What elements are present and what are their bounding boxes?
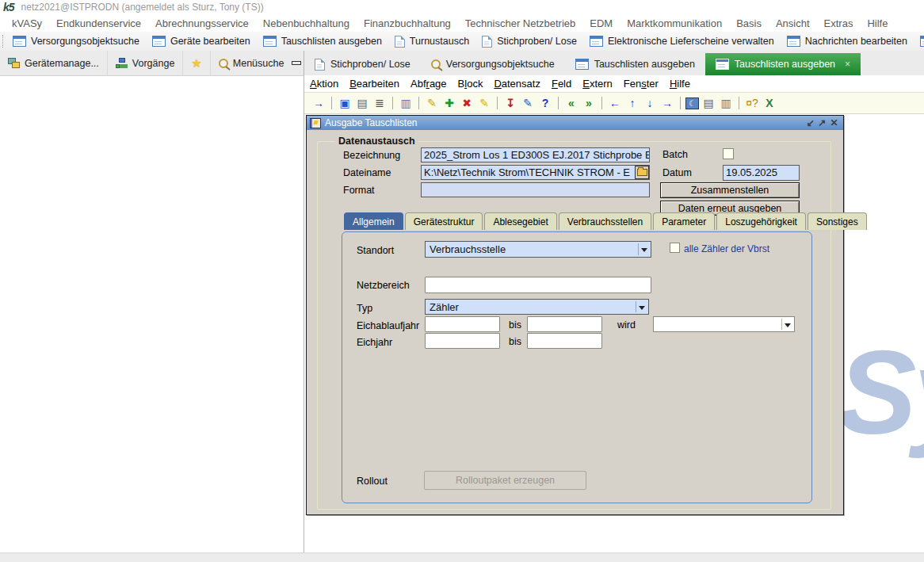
list-icon[interactable]: ≣ — [372, 95, 388, 111]
eichjahr-von-field[interactable] — [425, 333, 500, 349]
next-record-icon[interactable]: ↓ — [642, 95, 658, 111]
dialog-tab[interactable]: Gerätestruktur — [405, 212, 483, 230]
eichablaufjahr-von-field[interactable] — [425, 316, 500, 332]
previous-record-icon[interactable]: ↑ — [624, 95, 640, 111]
quicklaunch-button[interactable]: Umlagerung — [914, 34, 924, 48]
dialog-tab[interactable]: Parameter — [653, 212, 715, 230]
help-icon[interactable]: ? — [537, 95, 553, 111]
clear-record-icon[interactable]: ✎ — [476, 95, 492, 111]
dialog-tab[interactable]: Allgemein — [344, 212, 403, 230]
forms-menu-item[interactable]: Bearbeiten — [349, 78, 399, 90]
menu-item[interactable]: Nebenbuchhaltung — [256, 17, 357, 29]
forms-menu-item[interactable]: Hilfe — [670, 78, 690, 90]
quicklaunch-button[interactable]: Nachrichten bearbeiten — [781, 34, 914, 48]
dialog-titlebar[interactable]: Ausgabe Tauschlisten ↙ ↗ ✕ — [307, 116, 843, 130]
dateiname-label: Dateiname — [343, 167, 391, 178]
menu-item[interactable]: Ansicht — [769, 17, 817, 29]
panel-collapse-icon[interactable] — [292, 61, 301, 65]
menu-item[interactable]: Endkundenservice — [49, 17, 148, 29]
delete-record-icon[interactable]: ✖ — [459, 95, 475, 111]
netzbereich-field[interactable] — [425, 277, 651, 293]
close-tab-icon[interactable]: × — [845, 59, 850, 70]
currency-help-icon[interactable]: ¤? — [744, 95, 760, 111]
panel-tab-vorgaenge[interactable]: Vorgänge — [108, 51, 184, 75]
dialog-body: Datenaustausch Bezeichnung 2025_Strom Lo… — [307, 130, 843, 514]
mdi-tab-label: Tauschlisten ausgeben — [735, 59, 835, 70]
forms-menu-item[interactable]: Aktion — [310, 78, 338, 90]
quicklaunch-button[interactable]: Stichproben/ Lose — [475, 34, 583, 49]
record-output-icon[interactable]: ▤ — [701, 95, 716, 111]
quicklaunch-button[interactable]: Geräte bearbeiten — [146, 34, 257, 48]
wird-select[interactable] — [653, 316, 795, 332]
menu-item[interactable]: Extras — [817, 17, 861, 29]
panel-tab-menuesuche[interactable]: Menüsuche — [211, 51, 292, 75]
menu-item[interactable]: Abrechnungsservice — [148, 17, 256, 29]
edit-window-icon[interactable]: ▥ — [398, 95, 414, 111]
execute-query-icon[interactable]: ↧ — [502, 95, 518, 111]
forms-menu-item[interactable]: Datensatz — [494, 78, 540, 90]
mdi-tab[interactable]: Stichproben/ Lose — [304, 53, 421, 75]
ausgabe-tauschlisten-dialog: Ausgabe Tauschlisten ↙ ↗ ✕ Datenaustausc… — [306, 115, 844, 515]
dialog-close-button[interactable]: ✕ — [828, 117, 840, 128]
menu-item[interactable]: Hilfe — [860, 17, 895, 29]
forms-menu-item[interactable]: Extern — [582, 78, 613, 90]
previous-block-icon[interactable]: « — [563, 95, 579, 111]
forms-menu-item[interactable]: Block — [458, 78, 483, 90]
next-field-icon[interactable]: → — [659, 95, 675, 111]
excel-export-icon[interactable]: X — [762, 95, 777, 111]
menu-item[interactable]: EDM — [582, 17, 620, 29]
window-icon — [575, 59, 589, 70]
print-icon[interactable]: ▤ — [354, 95, 370, 111]
quicklaunch-button[interactable]: Elektronische Lieferscheine verwalten — [583, 34, 781, 48]
alle-zaehler-checkbox[interactable] — [670, 243, 680, 253]
format-field[interactable] — [421, 182, 650, 197]
mdi-tab-bar: Stichproben/ Lose Versorgungsobjektsuche… — [304, 51, 924, 75]
dialog-tab[interactable]: Loszugehörigkeit — [716, 212, 806, 230]
edit-field-icon[interactable]: ✎ — [520, 95, 536, 111]
previous-field-icon[interactable]: ← — [607, 95, 623, 111]
dateiname-field[interactable]: K:\Netz\Technik Strom\TECHNIK STROM - E — [421, 165, 650, 180]
forms-menu-item[interactable]: Abfrage — [410, 78, 447, 90]
quicklaunch-button[interactable]: Versorgungsobjektsuche — [6, 34, 146, 48]
quicklaunch-button[interactable]: Turnustausch — [388, 34, 475, 49]
insert-record-icon[interactable]: ✚ — [441, 95, 457, 111]
window-list-icon[interactable]: ☾ — [685, 97, 699, 109]
panel-tab-geraetemanagement[interactable]: Gerätemanage... — [0, 51, 108, 75]
browse-file-button[interactable] — [635, 166, 649, 179]
batch-checkbox[interactable] — [723, 148, 734, 159]
menu-item[interactable]: kVASy — [5, 17, 49, 29]
save-icon[interactable]: ▣ — [337, 95, 353, 111]
mdi-tab[interactable]: Versorgungsobjektsuche — [421, 53, 565, 75]
forms-menu-item[interactable]: Feld — [552, 78, 571, 90]
panel-divider[interactable] — [304, 51, 304, 562]
dialog-tab-strip: AllgemeinGerätestrukturAblesegebietVerbr… — [344, 212, 869, 230]
window-icon — [787, 36, 800, 47]
rolloutpaket-erzeugen-button[interactable]: Rolloutpaket erzeugen — [424, 471, 586, 490]
menu-item[interactable]: Finanzbuchhaltung — [357, 17, 458, 29]
datum-label: Datum — [662, 167, 692, 178]
bezeichnung-field[interactable]: 2025_Strom Los 1 ED300S EJ.2017 Stichpro… — [421, 147, 650, 162]
enter-query-icon[interactable]: ✎ — [424, 95, 440, 111]
eichjahr-bis-field[interactable] — [527, 333, 602, 349]
clipboard-icon[interactable]: ▥ — [718, 95, 734, 111]
standort-select[interactable]: Verbrauchsstelle — [425, 241, 651, 258]
menu-item[interactable]: Basis — [729, 17, 769, 29]
menu-item[interactable]: Marktkommunikation — [620, 17, 729, 29]
typ-select[interactable]: Zähler — [425, 299, 649, 315]
mdi-tab[interactable]: Tauschlisten ausgeben × — [705, 53, 861, 75]
mdi-tab[interactable]: Tauschlisten ausgeben — [565, 53, 705, 75]
forms-menu-item[interactable]: Fenster — [624, 78, 659, 90]
eichablaufjahr-bis-field[interactable] — [527, 316, 602, 332]
dialog-minimize-button[interactable]: ↙ — [804, 117, 816, 128]
dialog-restore-button[interactable]: ↗ — [816, 117, 828, 128]
dialog-tab[interactable]: Ablesegebiet — [484, 212, 556, 230]
dialog-tab[interactable]: Verbrauchsstellen — [559, 212, 651, 230]
zusammenstellen-button[interactable]: Zusammenstellen — [660, 182, 800, 198]
datum-field[interactable]: 19.05.2025 — [723, 165, 800, 181]
dialog-tab[interactable]: Sonstiges — [808, 212, 867, 230]
next-block-icon[interactable]: » — [581, 95, 597, 111]
quicklaunch-button[interactable]: Tauschlisten ausgeben — [257, 34, 388, 48]
menu-item[interactable]: Technischer Netzbetrieb — [458, 17, 582, 29]
panel-tab-favorites[interactable]: ★ — [183, 51, 210, 75]
exit-icon[interactable]: → — [311, 95, 326, 111]
